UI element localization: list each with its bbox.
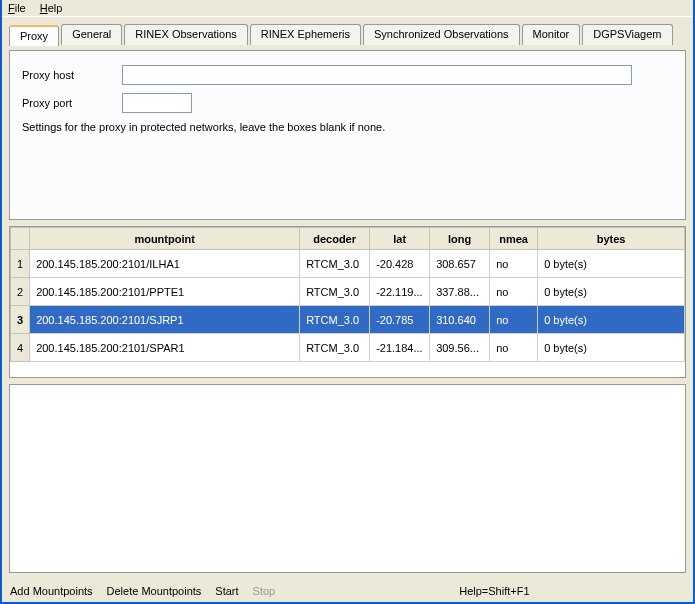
cell-bytes[interactable]: 0 byte(s) <box>538 278 685 306</box>
col-header-lat[interactable]: lat <box>370 228 430 250</box>
table-row[interactable]: 4200.145.185.200:2101/SPAR1RTCM_3.0-21.1… <box>11 334 685 362</box>
cell-nmea[interactable]: no <box>490 278 538 306</box>
row-number: 2 <box>11 278 30 306</box>
table-row[interactable]: 1200.145.185.200:2101/ILHA1RTCM_3.0-20.4… <box>11 250 685 278</box>
log-area[interactable] <box>9 384 686 573</box>
table-row[interactable]: 3200.145.185.200:2101/SJRP1RTCM_3.0-20.7… <box>11 306 685 334</box>
start-button[interactable]: Start <box>215 585 238 597</box>
cell-decoder[interactable]: RTCM_3.0 <box>300 306 370 334</box>
col-header-bytes[interactable]: bytes <box>538 228 685 250</box>
cell-decoder[interactable]: RTCM_3.0 <box>300 278 370 306</box>
proxy-port-input[interactable] <box>122 93 192 113</box>
cell-lat[interactable]: -20.428 <box>370 250 430 278</box>
add-mountpoints-button[interactable]: Add Mountpoints <box>10 585 93 597</box>
tab-rinex-observations[interactable]: RINEX Observations <box>124 24 247 45</box>
mountpoints-table[interactable]: mountpointdecoderlatlongnmeabytes 1200.1… <box>10 227 685 362</box>
col-header-nmea[interactable]: nmea <box>490 228 538 250</box>
cell-bytes[interactable]: 0 byte(s) <box>538 334 685 362</box>
col-header-mountpoint[interactable]: mountpoint <box>30 228 300 250</box>
cell-bytes[interactable]: 0 byte(s) <box>538 250 685 278</box>
row-number: 3 <box>11 306 30 334</box>
mountpoints-table-wrap: mountpointdecoderlatlongnmeabytes 1200.1… <box>9 226 686 378</box>
bottom-toolbar: Add Mountpoints Delete Mountpoints Start… <box>2 580 693 602</box>
proxy-host-label: Proxy host <box>22 69 122 81</box>
help-hint: Help=Shift+F1 <box>459 585 529 597</box>
content-area: ProxyGeneralRINEX ObservationsRINEX Ephe… <box>2 17 693 580</box>
row-number: 4 <box>11 334 30 362</box>
tab-proxy[interactable]: Proxy <box>9 25 59 46</box>
cell-long[interactable]: 308.657 <box>430 250 490 278</box>
tab-rinex-ephemeris[interactable]: RINEX Ephemeris <box>250 24 361 45</box>
proxy-note: Settings for the proxy in protected netw… <box>22 121 673 133</box>
menu-help[interactable]: Help <box>40 2 63 14</box>
cell-long[interactable]: 310.640 <box>430 306 490 334</box>
cell-long[interactable]: 309.56... <box>430 334 490 362</box>
tab-panel-proxy: Proxy host Proxy port Settings for the p… <box>9 50 686 220</box>
delete-mountpoints-button[interactable]: Delete Mountpoints <box>107 585 202 597</box>
cell-mountpoint[interactable]: 200.145.185.200:2101/ILHA1 <box>30 250 300 278</box>
tab-dgpsviagem[interactable]: DGPSViagem <box>582 24 672 45</box>
col-header-long[interactable]: long <box>430 228 490 250</box>
tab-synchronized-observations[interactable]: Synchronized Observations <box>363 24 520 45</box>
cell-long[interactable]: 337.88... <box>430 278 490 306</box>
proxy-host-input[interactable] <box>122 65 632 85</box>
cell-lat[interactable]: -20.785 <box>370 306 430 334</box>
menu-file[interactable]: File <box>8 2 26 14</box>
col-header-decoder[interactable]: decoder <box>300 228 370 250</box>
cell-mountpoint[interactable]: 200.145.185.200:2101/PPTE1 <box>30 278 300 306</box>
tab-monitor[interactable]: Monitor <box>522 24 581 45</box>
table-row[interactable]: 2200.145.185.200:2101/PPTE1RTCM_3.0-22.1… <box>11 278 685 306</box>
cell-nmea[interactable]: no <box>490 334 538 362</box>
proxy-port-label: Proxy port <box>22 97 122 109</box>
cell-nmea[interactable]: no <box>490 250 538 278</box>
cell-mountpoint[interactable]: 200.145.185.200:2101/SJRP1 <box>30 306 300 334</box>
cell-decoder[interactable]: RTCM_3.0 <box>300 334 370 362</box>
cell-mountpoint[interactable]: 200.145.185.200:2101/SPAR1 <box>30 334 300 362</box>
tab-strip: ProxyGeneralRINEX ObservationsRINEX Ephe… <box>9 24 686 45</box>
row-number: 1 <box>11 250 30 278</box>
cell-lat[interactable]: -22.119... <box>370 278 430 306</box>
row-header-corner <box>11 228 30 250</box>
cell-lat[interactable]: -21.184... <box>370 334 430 362</box>
stop-button: Stop <box>253 585 276 597</box>
cell-bytes[interactable]: 0 byte(s) <box>538 306 685 334</box>
cell-decoder[interactable]: RTCM_3.0 <box>300 250 370 278</box>
cell-nmea[interactable]: no <box>490 306 538 334</box>
menu-bar: File Help <box>2 0 693 17</box>
tab-general[interactable]: General <box>61 24 122 45</box>
